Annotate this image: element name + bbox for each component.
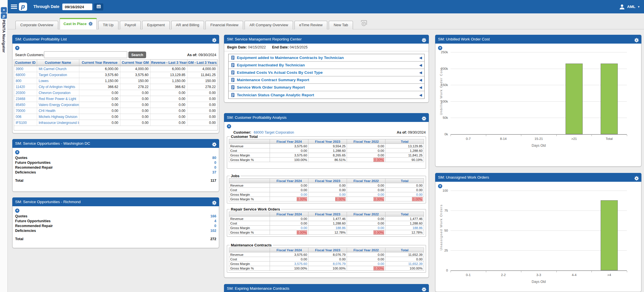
panel-customer-profitability-list: SM: Customer Profitability List + Search… xyxy=(12,35,219,133)
tab-payroll[interactable]: Payroll xyxy=(120,21,141,29)
customer-id-link[interactable]: IFS100 xyxy=(16,121,27,125)
report-link[interactable]: Service Work Order Summary Report xyxy=(237,85,305,89)
collapse-arrow-icon[interactable]: ◀ xyxy=(419,63,422,67)
customer-id-link[interactable]: 70000 xyxy=(16,109,25,113)
collapse-arrow-icon[interactable]: ◀ xyxy=(419,70,422,75)
report-row[interactable]: Estimated Costs Vs Actual Costs By Cost … xyxy=(229,69,424,76)
customer-row: IFS100Infrasource Underground Inc.0.000.… xyxy=(14,120,217,126)
customer-name-link[interactable]: Valero Energy Corporation xyxy=(39,103,79,107)
tab-tilt-up[interactable]: Tilt Up xyxy=(98,21,118,29)
customer-name-link[interactable]: CHI Health xyxy=(39,109,56,113)
customer-id-link[interactable]: 85450 xyxy=(16,103,25,107)
report-link[interactable]: Estimated Costs Vs Actual Costs By Cost … xyxy=(237,70,323,75)
report-link[interactable]: Equipment added to Maintenance Contracts… xyxy=(237,56,344,60)
gear-icon[interactable] xyxy=(422,286,426,292)
expand-chevrons-icon[interactable]: » xyxy=(1,7,7,13)
add-icon[interactable]: + xyxy=(15,209,19,213)
add-icon[interactable]: + xyxy=(15,150,19,154)
tab-new-tab[interactable]: New Tab xyxy=(329,21,353,29)
report-link[interactable]: Maintenance Contract Summary Report xyxy=(237,78,309,82)
tab-ar-and-billing[interactable]: AR and Billing xyxy=(171,21,204,29)
zoom-window-icon[interactable] xyxy=(360,20,368,28)
customer-id-link[interactable]: 23468 xyxy=(16,97,25,101)
tab-cast-in-place[interactable]: Cast In Place xyxy=(60,18,97,29)
gear-icon[interactable] xyxy=(212,199,217,208)
customer-id-link[interactable]: 68000 xyxy=(16,73,25,77)
opportunity-count-link[interactable]: 37 xyxy=(212,170,216,175)
opportunity-count-link[interactable]: 4 xyxy=(214,219,216,224)
customer-name-link[interactable]: Red River Power & Light xyxy=(39,97,76,101)
customer-row: 20300Chevron Corporation0.000.000.000.00 xyxy=(14,90,217,96)
collapse-arrow-icon[interactable]: ◀ xyxy=(419,85,422,89)
calendar-icon[interactable] xyxy=(94,3,103,11)
report-row[interactable]: Maintenance Contract Summary Report◀ xyxy=(229,76,424,84)
user-menu[interactable]: AML ▼ xyxy=(619,0,640,13)
column-header[interactable]: GM - Last 3 Years xyxy=(187,60,217,66)
gear-icon[interactable] xyxy=(212,141,217,150)
report-row[interactable]: Equipment Inactivated By Technician◀ xyxy=(229,62,424,69)
customer-id-link[interactable]: 006 xyxy=(16,115,21,119)
report-row[interactable]: Equipment added to Maintenance Contracts… xyxy=(229,54,424,62)
customer-id-link[interactable]: 11420 xyxy=(16,85,25,89)
search-button[interactable]: Search xyxy=(128,52,146,58)
menu-icon[interactable] xyxy=(11,5,17,9)
column-header[interactable]: Customer ID xyxy=(14,60,37,66)
search-customers-input[interactable] xyxy=(44,51,127,58)
column-header[interactable]: Customer Name xyxy=(37,60,79,66)
x-axis-title: Days Old xyxy=(522,280,556,284)
panel-title: SM: Expiring Maintenance Contracts xyxy=(227,286,289,291)
column-header[interactable]: Current Year Revenue xyxy=(79,60,120,66)
panel-service-opportunities-washington-dc: SM: Service Opportunities - Washington D… xyxy=(12,139,219,192)
add-icon[interactable]: + xyxy=(227,124,231,128)
bar-Total[interactable] xyxy=(601,64,618,134)
user-icon xyxy=(619,4,625,10)
tab-gear-icon[interactable] xyxy=(88,22,93,26)
through-date-input[interactable] xyxy=(62,3,92,10)
report-row[interactable]: Service Work Order Summary Report◀ xyxy=(229,84,424,91)
tab-financial-review[interactable]: Financial Review xyxy=(205,21,243,29)
customer-id-link[interactable]: 3900 xyxy=(16,67,23,71)
customer-name-link[interactable]: Infrasource Underground Inc. xyxy=(39,121,79,125)
report-link[interactable]: Technician Status Change Analytic Report xyxy=(237,93,314,97)
opportunity-count-link[interactable]: 80 xyxy=(212,156,216,160)
opportunity-count-link[interactable]: 166 xyxy=(210,214,216,219)
customer-name-link[interactable]: Michels Highway Division xyxy=(39,115,77,119)
customer-row: 3900Mt Carmel Church6,000.004,000.006,00… xyxy=(14,66,217,72)
customer-id-link[interactable]: 800 xyxy=(16,79,21,83)
opportunity-count-link[interactable]: 0 xyxy=(214,165,216,170)
tab-corporate-overview[interactable]: Corporate Overview xyxy=(15,21,58,29)
report-row[interactable]: Technician Status Change Analytic Report… xyxy=(229,91,424,99)
opportunity-count-link[interactable]: 0 xyxy=(214,224,216,228)
tab-etime-review[interactable]: eTime Review xyxy=(294,21,328,29)
customer-name-link[interactable]: Target Corporation xyxy=(39,73,67,77)
customer-link[interactable]: 68000 Target Corporation xyxy=(254,130,294,134)
customer-name-link[interactable]: Chevron Corporation xyxy=(39,91,70,95)
customer-name-link[interactable]: Lowes xyxy=(39,79,49,83)
gear-icon[interactable] xyxy=(422,115,426,124)
penta-logo[interactable]: p xyxy=(19,3,27,11)
column-header[interactable]: Current Year GM xyxy=(120,60,150,66)
document-icon xyxy=(231,93,235,97)
tab-ar-company-overview[interactable]: AR Company Overview xyxy=(245,21,293,29)
tab-equipment[interactable]: Equipment xyxy=(142,21,169,29)
add-icon[interactable]: + xyxy=(15,46,19,50)
column-header[interactable]: Revenue - Last 3 Years xyxy=(150,60,187,66)
brand-vertical-text: PENTA Navigator xyxy=(2,20,6,53)
opportunity-count-link[interactable]: 0 xyxy=(214,160,216,165)
collapse-arrow-icon[interactable]: ◀ xyxy=(419,56,422,60)
collapse-arrow-icon[interactable]: ◀ xyxy=(419,78,422,82)
penta-logo-icon[interactable]: p xyxy=(1,13,7,19)
bar->4[interactable] xyxy=(601,200,618,270)
customer-name-link[interactable]: City of Arlington Heights xyxy=(39,85,75,89)
gear-icon[interactable] xyxy=(212,37,217,46)
customer-name-link[interactable]: Mt Carmel Church xyxy=(39,67,66,71)
report-link[interactable]: Equipment Inactivated By Technician xyxy=(237,63,305,67)
bar->21[interactable] xyxy=(566,64,583,134)
document-icon xyxy=(231,56,235,60)
collapse-arrow-icon[interactable]: ◀ xyxy=(419,93,422,97)
section-jobs: JobsFiscal Year 2024Fiscal Year 2023Fisc… xyxy=(227,174,426,203)
opportunity-count-link[interactable]: 102 xyxy=(210,228,216,233)
customer-id-link[interactable]: 20300 xyxy=(16,91,25,95)
section-repair-service-work-orders: Repair Service Work OrdersFiscal Year 20… xyxy=(227,207,426,237)
top-bar: p Through Date AML ▼ xyxy=(8,0,644,13)
